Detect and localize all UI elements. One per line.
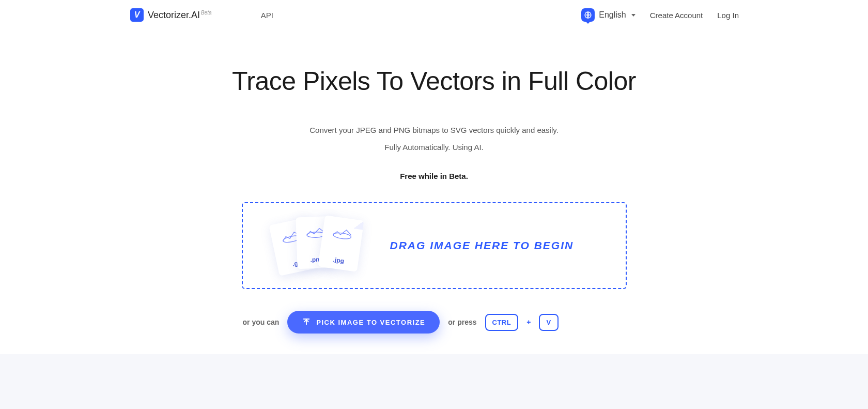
language-selector[interactable]: English	[581, 8, 635, 22]
file-card-jpg: .jpg	[318, 215, 364, 272]
chevron-down-icon	[631, 14, 636, 17]
hero-subtext: Convert your JPEG and PNG bitmaps to SVG…	[0, 123, 868, 154]
brand-name: Vectorizer.AIBeta	[148, 10, 212, 21]
sub-line-1: Convert your JPEG and PNG bitmaps to SVG…	[0, 123, 868, 137]
actions-inner: or you can PICK IMAGE TO VECTORIZE or pr…	[242, 311, 627, 334]
upload-icon	[302, 317, 311, 327]
beta-note: Free while in Beta.	[0, 172, 868, 180]
api-link[interactable]: API	[261, 11, 273, 20]
brand-name-text: Vectorizer.AI	[148, 10, 200, 20]
image-icon	[331, 223, 354, 241]
page-headline: Trace Pixels To Vectors in Full Color	[0, 66, 868, 96]
pick-image-button[interactable]: PICK IMAGE TO VECTORIZE	[287, 311, 440, 334]
actions-row: or you can PICK IMAGE TO VECTORIZE or pr…	[0, 311, 868, 334]
or-you-can-text: or you can	[243, 318, 280, 326]
sub-line-2: Fully Automatically. Using AI.	[0, 140, 868, 154]
dropzone-text: DRAG IMAGE HERE TO BEGIN	[390, 239, 574, 252]
svg-point-3	[333, 232, 351, 240]
nav-right: English Create Account Log In	[581, 8, 847, 22]
file-cards-illustration: .gif .png .jpg	[274, 215, 364, 277]
globe-icon	[581, 8, 595, 22]
hero-section: Trace Pixels To Vectors in Full Color Co…	[0, 30, 868, 334]
image-dropzone[interactable]: .gif .png .jpg DRAG IMAGE HERE TO BEGIN	[242, 202, 627, 289]
language-label: English	[599, 10, 626, 20]
or-press-text: or press	[448, 318, 476, 326]
log-in-link[interactable]: Log In	[717, 11, 739, 20]
nav-left: V Vectorizer.AIBeta API	[130, 8, 273, 22]
top-nav: V Vectorizer.AIBeta API English Create A…	[0, 0, 868, 30]
create-account-link[interactable]: Create Account	[650, 11, 703, 20]
pick-button-label: PICK IMAGE TO VECTORIZE	[316, 319, 425, 326]
brand-link[interactable]: V Vectorizer.AIBeta	[130, 8, 212, 22]
plus-sign: +	[526, 318, 531, 326]
beta-badge: Beta	[201, 10, 212, 16]
brand-logo-icon: V	[130, 8, 144, 22]
key-ctrl: CTRL	[485, 314, 519, 331]
footer-area	[0, 354, 868, 409]
key-v: V	[539, 314, 558, 331]
file-ext-label: .jpg	[332, 256, 344, 265]
